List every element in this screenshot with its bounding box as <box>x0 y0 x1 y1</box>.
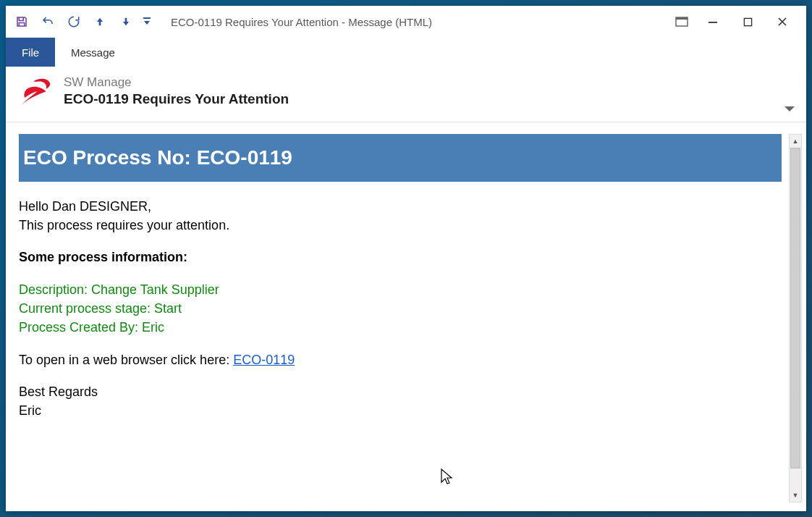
ribbon-display-options-button[interactable] <box>669 9 695 35</box>
title-bar: ECO-0119 Requires Your Attention - Messa… <box>6 6 806 38</box>
signature-name: Eric <box>19 402 782 419</box>
svg-rect-0 <box>143 17 151 19</box>
save-button[interactable] <box>9 9 35 35</box>
quick-access-toolbar <box>9 9 155 35</box>
message-subject: ECO-0119 Requires Your Attention <box>64 91 796 107</box>
close-button[interactable] <box>766 9 799 35</box>
tab-file[interactable]: File <box>6 38 55 67</box>
eco-banner: ECO Process No: ECO-0119 <box>19 134 782 182</box>
open-browser-line: To open in a web browser click here: ECO… <box>19 351 782 369</box>
vertical-scrollbar[interactable]: ▲ ▼ <box>789 134 802 503</box>
minimize-button[interactable] <box>696 9 729 35</box>
dassault-systemes-logo-icon <box>16 74 54 112</box>
next-item-button[interactable] <box>113 9 139 35</box>
expand-header-button[interactable] <box>783 103 796 116</box>
window-controls <box>669 9 803 35</box>
svg-rect-3 <box>709 22 717 23</box>
process-stage: Current process stage: Start <box>19 300 782 317</box>
tab-message[interactable]: Message <box>55 38 131 67</box>
scroll-thumb[interactable] <box>790 148 800 468</box>
maximize-button[interactable] <box>731 9 764 35</box>
message-body: ECO Process No: ECO-0119 Hello Dan DESIG… <box>19 134 789 503</box>
message-window: ECO-0119 Requires Your Attention - Messa… <box>6 6 806 511</box>
scroll-down-button[interactable]: ▼ <box>790 489 801 502</box>
header-text: SW Manage ECO-0119 Requires Your Attenti… <box>64 74 796 107</box>
previous-item-button[interactable] <box>87 9 113 35</box>
svg-rect-4 <box>744 18 751 25</box>
window-title: ECO-0119 Requires Your Attention - Messa… <box>155 16 669 28</box>
regards-line: Best Regards <box>19 383 782 400</box>
svg-rect-2 <box>676 17 688 20</box>
greeting-line: Hello Dan DESIGNER, <box>19 198 782 215</box>
attention-line: This process requires your attention. <box>19 217 782 234</box>
process-details: Description: Change Tank Supplier Curren… <box>19 281 782 337</box>
message-body-area: ECO Process No: ECO-0119 Hello Dan DESIG… <box>6 122 806 511</box>
customize-qat-button[interactable] <box>139 9 155 35</box>
sender-name: SW Manage <box>64 75 796 90</box>
eco-link[interactable]: ECO-0119 <box>233 353 295 367</box>
process-created-by: Process Created By: Eric <box>19 319 782 336</box>
scroll-track[interactable] <box>790 148 801 489</box>
ribbon-tabs: File Message <box>6 38 806 67</box>
undo-button[interactable] <box>35 9 61 35</box>
scroll-up-button[interactable]: ▲ <box>790 135 801 148</box>
process-description: Description: Change Tank Supplier <box>19 281 782 298</box>
process-info-heading: Some process information: <box>19 248 782 266</box>
redo-button[interactable] <box>61 9 87 35</box>
message-header: SW Manage ECO-0119 Requires Your Attenti… <box>6 67 806 122</box>
open-browser-prefix: To open in a web browser click here: <box>19 353 233 367</box>
